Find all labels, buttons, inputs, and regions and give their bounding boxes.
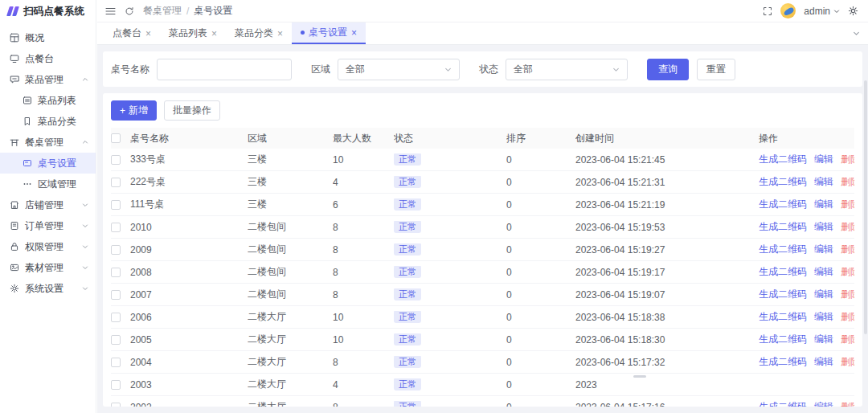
edit-link[interactable]: 编辑 <box>814 220 833 234</box>
search-button[interactable]: 查询 <box>647 59 689 80</box>
chevron-up-icon[interactable] <box>82 76 88 83</box>
generate-qrcode-link[interactable]: 生成二维码 <box>759 220 807 234</box>
row-checkbox[interactable] <box>111 290 121 300</box>
delete-link[interactable]: 删除 <box>841 333 854 346</box>
tab-dish-category[interactable]: 菜品分类 × <box>226 22 292 44</box>
delete-link[interactable]: 删除 <box>841 265 854 279</box>
edit-link[interactable]: 编辑 <box>814 175 833 189</box>
breadcrumb-parent[interactable]: 餐桌管理 <box>143 4 182 18</box>
generate-qrcode-link[interactable]: 生成二维码 <box>759 265 807 279</box>
row-checkbox[interactable] <box>111 268 121 277</box>
table-icon <box>10 137 19 147</box>
cell-created-time: 2023-06-04 15:21:19 <box>575 199 759 211</box>
generate-qrcode-link[interactable]: 生成二维码 <box>759 288 807 301</box>
row-checkbox[interactable] <box>111 335 121 345</box>
chevron-down-icon[interactable] <box>82 202 88 208</box>
row-checkbox[interactable] <box>111 403 121 407</box>
row-checkbox[interactable] <box>111 358 121 367</box>
edit-link[interactable]: 编辑 <box>814 198 833 211</box>
row-checkbox[interactable] <box>111 178 121 187</box>
collapse-menu-icon[interactable] <box>105 6 116 16</box>
chevron-down-icon[interactable] <box>82 243 88 250</box>
status-select[interactable]: 全部 <box>506 59 628 80</box>
generate-qrcode-link[interactable]: 生成二维码 <box>759 243 807 256</box>
select-all-checkbox[interactable] <box>111 133 121 143</box>
batch-operation-button[interactable]: 批量操作 <box>164 100 220 121</box>
row-checkbox[interactable] <box>111 223 121 232</box>
generate-qrcode-link[interactable]: 生成二维码 <box>759 153 807 166</box>
chevron-down-icon[interactable] <box>82 264 88 271</box>
row-checkbox[interactable] <box>111 245 121 255</box>
close-icon[interactable]: × <box>211 29 217 39</box>
gear-icon[interactable] <box>848 6 858 16</box>
tab-table-number-settings[interactable]: 桌号设置 × <box>292 22 366 44</box>
chevron-down-icon <box>833 8 840 14</box>
sidebar-item-permission-management[interactable]: 权限管理 <box>0 236 96 257</box>
area-select[interactable]: 全部 <box>338 59 460 80</box>
sidebar-item-order-management[interactable]: 订单管理 <box>0 215 96 236</box>
generate-qrcode-link[interactable]: 生成二维码 <box>759 333 807 346</box>
delete-link[interactable]: 删除 <box>841 288 854 301</box>
tabs-dropdown-chevron-icon[interactable] <box>853 30 868 37</box>
edit-link[interactable]: 编辑 <box>814 288 833 301</box>
close-icon[interactable]: × <box>351 28 357 38</box>
edit-link[interactable]: 编辑 <box>814 153 833 166</box>
cell-area: 二楼大厅 <box>248 333 333 346</box>
chevron-down-icon[interactable] <box>82 223 88 229</box>
close-icon[interactable]: × <box>145 29 151 39</box>
sidebar-item-dish-management[interactable]: 菜品管理 <box>0 69 96 90</box>
avatar[interactable] <box>780 3 796 18</box>
sidebar-item-material-management[interactable]: 素材管理 <box>0 257 96 278</box>
delete-link[interactable]: 删除 <box>841 198 854 211</box>
sidebar-item-area-management[interactable]: 区域管理 <box>0 174 96 194</box>
chevron-down-icon[interactable] <box>82 285 88 292</box>
tab-order-station[interactable]: 点餐台 × <box>104 22 160 44</box>
generate-qrcode-link[interactable]: 生成二维码 <box>759 198 807 211</box>
row-checkbox[interactable] <box>111 155 121 165</box>
sidebar-item-order-station[interactable]: 点餐台 <box>0 48 96 69</box>
delete-link[interactable]: 删除 <box>841 355 854 369</box>
delete-link[interactable]: 删除 <box>841 243 854 256</box>
sidebar-item-system-settings[interactable]: 系统设置 <box>0 278 96 299</box>
table-toolbar: + 新增 批量操作 <box>111 100 854 121</box>
sidebar-item-table-number-settings[interactable]: 桌号设置 <box>0 153 96 174</box>
delete-link[interactable]: 删除 <box>841 400 854 407</box>
sidebar-item-table-management[interactable]: 餐桌管理 <box>0 132 96 153</box>
table-name-input[interactable] <box>157 59 292 80</box>
row-checkbox[interactable] <box>111 200 121 210</box>
edit-link[interactable]: 编辑 <box>814 400 833 407</box>
add-button[interactable]: + 新增 <box>111 100 157 121</box>
fullscreen-icon[interactable] <box>763 6 772 16</box>
table-row: 2003 二楼大厅 4 正常 0 2023 <box>111 374 854 396</box>
sidebar-item-shop-management[interactable]: 店铺管理 <box>0 194 96 215</box>
delete-link[interactable]: 删除 <box>841 220 854 234</box>
cell-sort: 0 <box>506 244 575 256</box>
delete-link[interactable]: 删除 <box>841 153 854 166</box>
user-menu[interactable]: admin <box>804 6 840 17</box>
sidebar-item-dish-list[interactable]: 菜品列表 <box>0 90 96 111</box>
chevron-up-icon[interactable] <box>82 139 88 145</box>
refresh-icon[interactable] <box>125 6 134 16</box>
delete-link[interactable]: 删除 <box>841 175 854 189</box>
delete-link[interactable]: 删除 <box>841 310 854 324</box>
vertical-scrollbar[interactable] <box>864 80 867 334</box>
tab-dish-list[interactable]: 菜品列表 × <box>160 22 226 44</box>
edit-link[interactable]: 编辑 <box>814 355 833 369</box>
edit-link[interactable]: 编辑 <box>814 333 833 346</box>
generate-qrcode-link[interactable]: 生成二维码 <box>759 310 807 324</box>
cell-area: 二楼包间 <box>248 288 333 301</box>
edit-link[interactable]: 编辑 <box>814 243 833 256</box>
row-checkbox[interactable] <box>111 313 121 322</box>
generate-qrcode-link[interactable]: 生成二维码 <box>759 355 807 369</box>
row-checkbox[interactable] <box>111 380 121 390</box>
edit-link[interactable]: 编辑 <box>814 310 833 324</box>
reset-button[interactable]: 重置 <box>697 59 735 80</box>
gear-icon <box>10 284 19 293</box>
close-icon[interactable]: × <box>277 29 283 39</box>
generate-qrcode-link[interactable]: 生成二维码 <box>759 175 807 189</box>
edit-link[interactable]: 编辑 <box>814 265 833 279</box>
cell-max-people: 8 <box>333 244 394 256</box>
sidebar-item-dish-category[interactable]: 菜品分类 <box>0 111 96 132</box>
generate-qrcode-link[interactable]: 生成二维码 <box>759 400 807 407</box>
sidebar-item-overview[interactable]: 概况 <box>0 27 96 48</box>
